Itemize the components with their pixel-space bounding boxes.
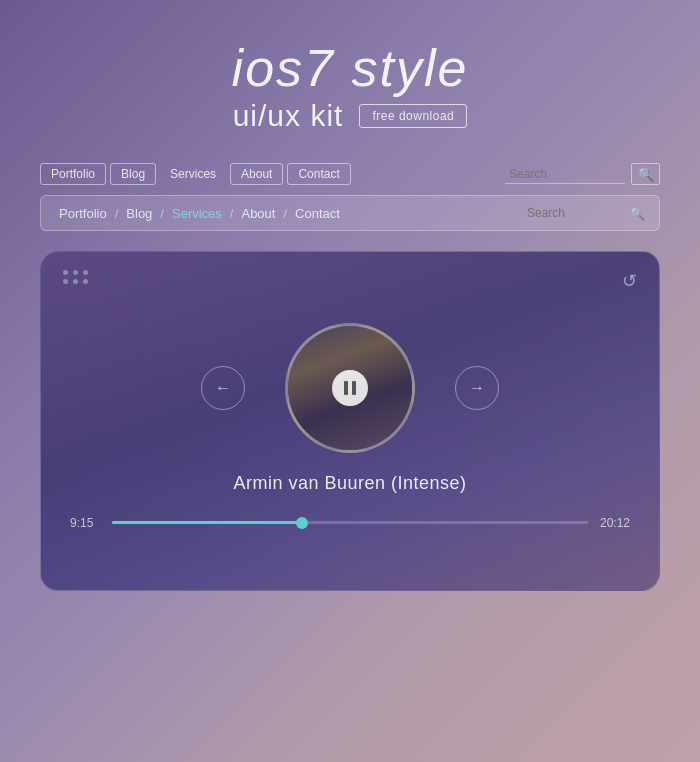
nav1-search-area: 🔍 xyxy=(505,163,660,185)
nav2-portfolio[interactable]: Portfolio xyxy=(55,206,111,221)
current-time: 9:15 xyxy=(70,516,100,530)
progress-track[interactable] xyxy=(112,521,588,524)
pause-bar-right xyxy=(352,381,356,395)
total-time: 20:12 xyxy=(600,516,630,530)
nav1-portfolio[interactable]: Portfolio xyxy=(40,163,106,185)
next-icon: → xyxy=(469,379,485,397)
nav2-search-area: 🔍 xyxy=(523,204,645,222)
nav2-search-input[interactable] xyxy=(523,204,623,222)
prev-icon: ← xyxy=(215,379,231,397)
nav2-sep-3: / xyxy=(230,206,234,221)
next-button[interactable]: → xyxy=(455,366,499,410)
dots-grid xyxy=(63,270,89,284)
nav1-about[interactable]: About xyxy=(230,163,283,185)
navbar-1: Portfolio Blog Services About Contact 🔍 xyxy=(40,163,660,185)
repeat-icon[interactable]: ↺ xyxy=(622,270,637,292)
progress-thumb[interactable] xyxy=(296,517,308,529)
nav2-links: Portfolio / Blog / Services / About / Co… xyxy=(55,206,344,221)
progress-fill xyxy=(112,521,302,524)
nav2-blog[interactable]: Blog xyxy=(122,206,156,221)
nav1-contact[interactable]: Contact xyxy=(287,163,350,185)
nav1-links: Portfolio Blog Services About Contact xyxy=(40,163,351,185)
title-line1: ios7 style xyxy=(232,40,469,97)
title-row2: ui/ux kit free download xyxy=(232,99,469,133)
album-art xyxy=(285,323,415,453)
nav1-search-input[interactable] xyxy=(505,165,625,184)
pause-button[interactable] xyxy=(332,370,368,406)
music-player: ↺ ← → Armin van Buuren (Intense) 9:15 20 xyxy=(40,251,660,591)
nav2-services[interactable]: Services xyxy=(168,206,226,221)
nav2-sep-4: / xyxy=(283,206,287,221)
pause-icon xyxy=(344,381,356,395)
dot-1 xyxy=(63,270,68,275)
free-download-button[interactable]: free download xyxy=(359,104,467,128)
nav1-search-icon[interactable]: 🔍 xyxy=(631,163,660,185)
pause-bar-left xyxy=(344,381,348,395)
header: ios7 style ui/ux kit free download xyxy=(232,40,469,133)
track-title: Armin van Buuren (Intense) xyxy=(233,473,466,494)
nav2-about[interactable]: About xyxy=(237,206,279,221)
nav2-sep-1: / xyxy=(115,206,119,221)
controls-row: ← → xyxy=(201,323,499,453)
nav2-search-icon[interactable]: 🔍 xyxy=(629,206,645,221)
nav1-blog[interactable]: Blog xyxy=(110,163,156,185)
nav1-services[interactable]: Services xyxy=(160,164,226,184)
prev-button[interactable]: ← xyxy=(201,366,245,410)
nav2-sep-2: / xyxy=(160,206,164,221)
dot-2 xyxy=(73,270,78,275)
nav2-contact[interactable]: Contact xyxy=(291,206,344,221)
progress-row: 9:15 20:12 xyxy=(70,516,630,530)
title-line2: ui/ux kit xyxy=(233,99,344,133)
navbar-2: Portfolio / Blog / Services / About / Co… xyxy=(40,195,660,231)
dot-4 xyxy=(63,279,68,284)
dot-5 xyxy=(73,279,78,284)
dot-3 xyxy=(83,270,88,275)
dot-6 xyxy=(83,279,88,284)
